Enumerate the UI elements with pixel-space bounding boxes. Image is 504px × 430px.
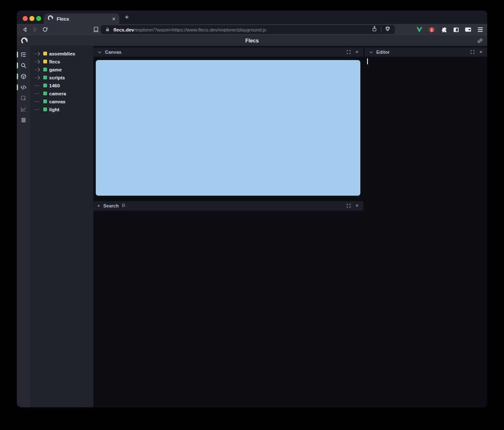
wallet-icon[interactable] [465, 26, 472, 33]
tree-item[interactable]: game [30, 66, 93, 73]
canvas-panel-header: Canvas × [93, 47, 363, 57]
app-header: Flecs [17, 35, 487, 46]
reload-icon[interactable] [41, 26, 49, 34]
tree-item[interactable]: canvas [30, 97, 93, 105]
rail-chart-icon[interactable] [17, 104, 30, 115]
bookmark-icon[interactable] [92, 26, 100, 33]
leaf-line-icon [34, 100, 41, 104]
tree-item-label: canvas [49, 99, 66, 104]
expand-chevron-icon[interactable] [34, 52, 41, 56]
tree-item-label: 1460 [49, 83, 60, 88]
search-panel-title: Search [103, 203, 119, 208]
browser-tab[interactable]: Flecs × [44, 13, 119, 24]
shield-icon[interactable] [385, 26, 391, 34]
entity-square-icon [43, 84, 47, 87]
editor-panel-header: Editor × [365, 47, 487, 57]
search-panel-header: Search × [93, 201, 363, 210]
editor-collapse-chevron-down-icon[interactable] [368, 49, 374, 55]
canvas-3d-viewport[interactable] [96, 60, 360, 196]
entity-square-icon [43, 100, 47, 103]
entity-tree: assembliesflecsgamescripts1460cameracanv… [30, 46, 93, 407]
tree-item-label: assemblies [49, 51, 75, 56]
entity-square-icon [43, 108, 47, 111]
leaf-line-icon [34, 84, 41, 88]
back-icon[interactable] [21, 26, 29, 34]
url-path: /explorer/?wasm=https://www.flecs.dev/ex… [134, 27, 266, 32]
tree-item[interactable]: camera [30, 89, 93, 97]
tree-item-label: light [49, 107, 59, 112]
menu-icon[interactable] [477, 26, 484, 33]
tab-close-icon[interactable]: × [112, 16, 116, 22]
expand-chevron-icon[interactable] [34, 68, 41, 72]
address-bar[interactable]: flecs.dev/explorer/?wasm=https://www.fle… [101, 25, 395, 34]
canvas-fullscreen-icon[interactable] [346, 49, 352, 55]
panel-rail [17, 46, 30, 407]
adblock-extension-icon[interactable] [428, 26, 435, 33]
window-close-button[interactable] [23, 16, 28, 21]
editor-text-area[interactable] [365, 57, 487, 199]
expand-chevron-icon[interactable] [34, 76, 41, 80]
canvas-close-icon[interactable]: × [354, 49, 360, 55]
window-minimize-button[interactable] [29, 16, 34, 21]
tree-item[interactable]: flecs [30, 58, 93, 66]
entity-square-icon [43, 76, 47, 79]
entity-square-icon [43, 68, 47, 71]
url-host: flecs.dev [113, 27, 134, 32]
share-link-icon[interactable] [477, 37, 483, 44]
main-area: Canvas × Search × [93, 46, 487, 407]
rail-tree-icon[interactable] [17, 49, 30, 60]
canvas-panel-title: Canvas [105, 50, 121, 55]
page-title: Flecs [17, 35, 487, 46]
new-tab-button[interactable]: + [122, 12, 132, 22]
entity-square-icon [43, 92, 47, 95]
module-square-icon [43, 52, 47, 55]
leaf-line-icon [34, 92, 41, 96]
search-magnifier-icon [121, 202, 126, 210]
tab-bar: Flecs × + [17, 10, 487, 24]
text-cursor [367, 58, 368, 64]
tree-item-label: game [49, 67, 62, 72]
editor-close-icon[interactable]: × [478, 49, 484, 55]
browser-window: Flecs × + flecs.d [17, 10, 487, 407]
tree-item-label: flecs [49, 59, 60, 64]
tab-favicon-flecs-logo-icon [47, 15, 54, 23]
vue-devtools-extension-icon[interactable] [416, 26, 423, 33]
share-icon[interactable] [371, 26, 378, 34]
rail-stats-icon[interactable] [17, 115, 30, 126]
tree-item-label: camera [49, 91, 66, 96]
search-fullscreen-icon[interactable] [346, 203, 352, 209]
tree-item[interactable]: assemblies [30, 50, 93, 58]
app-content: assembliesflecsgamescripts1460cameracanv… [17, 46, 487, 407]
leaf-line-icon [34, 108, 41, 112]
rail-cube-icon[interactable] [17, 71, 30, 82]
tab-title: Flecs [57, 16, 109, 21]
rail-search-icon[interactable] [17, 60, 30, 71]
tree-item[interactable]: light [30, 105, 93, 113]
browser-toolbar: flecs.dev/explorer/?wasm=https://www.fle… [17, 24, 487, 35]
rail-code-icon[interactable] [17, 82, 30, 93]
puzzle-extensions-icon[interactable] [440, 26, 447, 33]
canvas-collapse-chevron-down-icon[interactable] [97, 49, 102, 55]
expand-chevron-icon[interactable] [34, 60, 41, 64]
tree-item[interactable]: scripts [30, 73, 93, 81]
editor-panel-title: Editor [376, 50, 390, 55]
search-close-icon[interactable]: × [354, 203, 360, 209]
toolbar-separator [381, 27, 381, 32]
editor-fullscreen-icon[interactable] [470, 49, 475, 55]
forward-icon[interactable] [31, 26, 39, 34]
sidebar-toggle-icon[interactable] [452, 26, 459, 33]
search-collapsed-dot-icon[interactable] [98, 205, 100, 207]
module-square-icon [43, 60, 47, 63]
rail-selector-icon[interactable] [17, 93, 30, 104]
extension-icons [416, 24, 484, 35]
lock-icon [105, 26, 110, 34]
window-zoom-button[interactable] [36, 16, 41, 21]
tree-item[interactable]: 1460 [30, 81, 93, 89]
tree-item-label: scripts [49, 75, 65, 80]
